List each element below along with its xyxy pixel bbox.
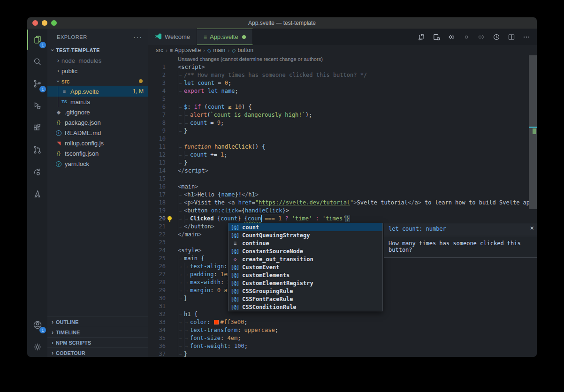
gutter[interactable]: 35 — [148, 334, 178, 342]
close-icon[interactable]: × — [530, 224, 534, 232]
tree-item-rollup.config.js[interactable]: ◥rollup.config.js — [47, 138, 148, 148]
current-change-icon[interactable] — [463, 33, 470, 41]
section-npm-scripts[interactable]: ›NPM SCRIPTS — [47, 337, 148, 347]
gutter[interactable]: 14 — [148, 167, 178, 175]
gutter[interactable]: 13 — [148, 159, 178, 167]
gutter[interactable]: 10 — [148, 135, 178, 143]
file-history-icon[interactable] — [493, 33, 500, 41]
gutter[interactable]: 28 — [148, 279, 178, 286]
code-line-32[interactable]: 32→h1 { — [148, 310, 537, 318]
gutter[interactable]: 30 — [148, 294, 178, 302]
code-line-16[interactable]: 16<main> — [148, 183, 537, 191]
gutter[interactable]: 7 — [148, 111, 178, 119]
suggest-item-CSSConditionRule[interactable]: [@]CSSConditionRule — [229, 303, 382, 311]
activity-item-live-share[interactable] — [27, 161, 47, 183]
activity-item-search[interactable] — [27, 51, 47, 73]
suggest-item-customElements[interactable]: [@]customElements — [229, 271, 382, 279]
gutter[interactable]: 12 — [148, 151, 178, 159]
gutter[interactable]: 27 — [148, 271, 178, 279]
gutter[interactable]: 21 — [148, 223, 178, 231]
code-editor[interactable]: Unsaved changes (cannot determine recent… — [148, 55, 537, 357]
suggest-item-CustomElementRegistry[interactable]: [@]CustomElementRegistry — [229, 279, 382, 287]
tree-item-README.md[interactable]: iREADME.md — [47, 128, 148, 138]
editor-scrollbar[interactable] — [529, 55, 537, 209]
activity-item-source-control[interactable]: 1 — [27, 73, 47, 95]
code-line-8[interactable]: 8→→count = 9; — [148, 119, 537, 127]
code-line-18[interactable]: 18→<p>Visit the <a href="https://svelte.… — [148, 199, 537, 207]
tree-item-public[interactable]: ›public — [47, 66, 148, 76]
gutter[interactable]: 36 — [148, 342, 178, 350]
code-line-9[interactable]: 9→} — [148, 127, 537, 135]
gitlens-compare-icon[interactable] — [418, 33, 425, 41]
tree-item-App.svelte[interactable]: ≡App.svelte1, M — [47, 86, 148, 97]
more-actions-icon[interactable]: ··· — [133, 33, 143, 41]
gutter[interactable]: 8 — [148, 119, 178, 127]
breadcrumb-item-src[interactable]: src — [156, 47, 163, 53]
gutter[interactable]: 25 — [148, 255, 178, 263]
gutter[interactable]: 1 — [148, 63, 178, 71]
gutter[interactable]: 31 — [148, 302, 178, 310]
tab-welcome[interactable]: Welcome — [148, 29, 197, 45]
code-line-13[interactable]: 13→} — [148, 159, 537, 167]
code-line-37[interactable]: 37→} — [148, 350, 537, 357]
gutter[interactable]: 34 — [148, 326, 178, 334]
code-line-11[interactable]: 11→function handleClick() { — [148, 143, 537, 151]
code-line-10[interactable]: 10 — [148, 135, 537, 143]
code-line-20[interactable]: 20→→Clicked {count} {coun === 1 ? 'time'… — [148, 215, 537, 223]
open-changes-icon[interactable] — [433, 33, 440, 41]
gutter[interactable]: 16 — [148, 183, 178, 191]
suggest-item-count[interactable]: [@]count — [229, 223, 382, 231]
suggest-item-CSSGroupingRule[interactable]: [@]CSSGroupingRule — [229, 287, 382, 295]
gutter[interactable]: 29 — [148, 286, 178, 294]
gutter[interactable]: 33 — [148, 318, 178, 326]
gutter[interactable]: 19 — [148, 207, 178, 215]
gutter[interactable]: 4 — [148, 87, 178, 95]
breadcrumb-item-button[interactable]: ◇button — [232, 47, 253, 53]
gutter[interactable]: 32 — [148, 310, 178, 318]
more-actions-icon[interactable] — [523, 33, 530, 41]
zoom-button[interactable] — [51, 20, 57, 26]
gutter[interactable]: 9 — [148, 127, 178, 135]
next-change-icon[interactable] — [478, 33, 485, 41]
suggest-item-create_out_transition[interactable]: ◇create_out_transition — [229, 255, 382, 263]
gutter[interactable]: 20 — [148, 215, 178, 223]
gutter[interactable]: 24 — [148, 247, 178, 255]
suggest-item-ConstantSourceNode[interactable]: [@]ConstantSourceNode — [229, 247, 382, 255]
code-line-6[interactable]: 6→$: if (count ≥ 10) { — [148, 103, 537, 111]
code-line-33[interactable]: 33→→color: #ff3e00; — [148, 318, 537, 326]
tree-item-tsconfig.json[interactable]: {}tsconfig.json — [47, 148, 148, 158]
gutter[interactable]: 23 — [148, 239, 178, 247]
lightbulb-icon[interactable] — [168, 216, 172, 220]
close-button[interactable] — [32, 20, 38, 26]
suggest-item-continue[interactable]: ≡continue — [229, 239, 382, 247]
tab-app-svelte[interactable]: ≡App.svelte — [197, 29, 253, 45]
minimize-button[interactable] — [42, 20, 47, 26]
code-line-3[interactable]: 3→let count = 0; — [148, 79, 537, 87]
section-timeline[interactable]: ›TIMELINE — [47, 327, 148, 337]
section-codetour[interactable]: ›CODETOUR — [47, 347, 148, 357]
code-line-2[interactable]: 2→/** How many times has someone clicked… — [148, 71, 537, 79]
previous-change-icon[interactable] — [448, 33, 455, 41]
activity-item-run-and-debug[interactable] — [27, 95, 47, 117]
gutter[interactable]: 18 — [148, 199, 178, 207]
code-line-1[interactable]: 1<script> — [148, 63, 537, 71]
tree-item-package.json[interactable]: {}package.json — [47, 117, 148, 128]
gutter[interactable]: 37 — [148, 350, 178, 357]
activity-item-github-pull-requests[interactable] — [27, 139, 47, 161]
code-line-4[interactable]: 4→export let name; — [148, 87, 537, 95]
split-editor-icon[interactable] — [508, 33, 515, 41]
gutter[interactable]: 2 — [148, 71, 178, 79]
activity-item-explorer[interactable]: 1 — [27, 29, 47, 51]
explorer-root-folder[interactable]: › TEST-TEMPLATE — [47, 45, 148, 55]
code-line-35[interactable]: 35→→font-size: 4em; — [148, 334, 537, 342]
code-line-36[interactable]: 36→→font-weight: 100; — [148, 342, 537, 350]
activity-item-azure[interactable] — [27, 183, 47, 205]
breadcrumb-item-main[interactable]: ◇main — [207, 47, 225, 53]
tree-item-yarn.lock[interactable]: yyarn.lock — [47, 158, 148, 169]
gutter[interactable]: 3 — [148, 79, 178, 87]
gutter[interactable]: 26 — [148, 263, 178, 271]
activity-item-extensions[interactable] — [27, 117, 47, 139]
code-line-5[interactable]: 5 — [148, 95, 537, 103]
tree-item-.gitignore[interactable]: ◆.gitignore — [47, 107, 148, 117]
activity-item-settings[interactable] — [27, 336, 47, 357]
